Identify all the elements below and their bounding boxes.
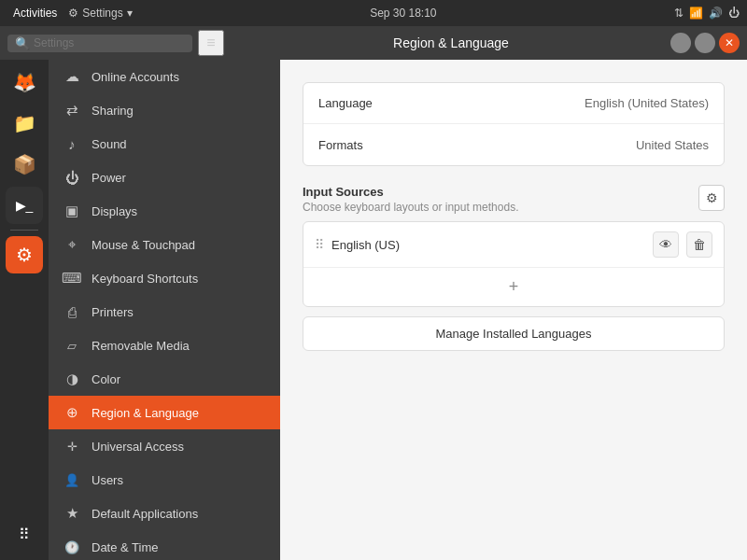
volume-icon: 🔊 [709, 7, 723, 20]
dock-item-terminal[interactable]: ▶_ [6, 187, 43, 224]
network-icon: ⇅ [674, 7, 684, 20]
input-sources-subtitle: Choose keyboard layouts or input methods… [303, 201, 518, 214]
topbar-right: ⇅ 📶 🔊 ⏻ [674, 7, 740, 20]
topbar-left: Activities ⚙ Settings ▾ [7, 5, 133, 21]
sidebar-item-label: Users [92, 473, 123, 487]
formats-value: United States [636, 138, 709, 152]
sidebar-item-label: Online Accounts [92, 70, 179, 84]
gear-icon: ⚙ [68, 7, 78, 20]
manage-installed-languages-button[interactable]: Manage Installed Languages [303, 316, 725, 351]
sidebar-item-default-applications[interactable]: ★ Default Applications [49, 497, 280, 530]
displays-icon: ▣ [63, 203, 80, 219]
titlebar-left: 🔍 ≡ [0, 26, 232, 60]
sidebar-item-displays[interactable]: ▣ Displays [49, 194, 280, 228]
app-dock: 🦊 📁 📦 ▶_ ⚙ ⠿ [0, 60, 49, 560]
add-icon: + [509, 277, 519, 297]
eye-icon: 👁 [659, 237, 672, 252]
region-icon: ⊕ [63, 404, 80, 421]
trash-icon: 🗑 [693, 237, 706, 252]
universal-access-icon: ✛ [63, 438, 80, 455]
language-formats-table: Language English (United States) Formats… [303, 82, 725, 166]
sidebar-item-mouse-touchpad[interactable]: ⌖ Mouse & Touchpad [49, 228, 280, 261]
sidebar-item-region-language[interactable]: ⊕ Region & Language [49, 396, 280, 429]
sidebar-item-online-accounts[interactable]: ☁ Online Accounts [49, 60, 280, 93]
dock-item-files[interactable]: 📁 [6, 105, 43, 142]
input-source-row-english: ⠿ English (US) 👁 🗑 [303, 222, 724, 268]
formats-row[interactable]: Formats United States [303, 124, 724, 165]
settings-window: 🔍 ≡ Region & Language – □ ✕ 🦊 📁 📦 ▶_ ⚙ ⠿ [0, 26, 747, 560]
drag-handle-icon[interactable]: ⠿ [315, 237, 324, 252]
sidebar-item-printers[interactable]: ⎙ Printers [49, 295, 280, 329]
sidebar-item-label: Printers [92, 305, 134, 319]
sound-icon: ♪ [63, 135, 80, 152]
sidebar-item-label: Displays [92, 204, 137, 218]
app-label[interactable]: ⚙ Settings ▾ [68, 7, 132, 20]
sidebar-item-label: Mouse & Touchpad [92, 238, 195, 252]
dock-item-settings[interactable]: ⚙ [6, 236, 43, 273]
sidebar-item-sharing[interactable]: ⇄ Sharing [49, 93, 280, 127]
input-source-view-button[interactable]: 👁 [653, 231, 679, 258]
dock-item-firefox[interactable]: 🦊 [6, 63, 43, 101]
sidebar-item-universal-access[interactable]: ✛ Universal Access [49, 429, 280, 463]
mouse-icon: ⌖ [63, 236, 80, 253]
sidebar-item-label: Sharing [92, 104, 134, 118]
sidebar-item-users[interactable]: 👤 Users [49, 463, 280, 497]
hamburger-button[interactable]: ≡ [198, 30, 224, 56]
sidebar-item-power[interactable]: ⏻ Power [49, 161, 280, 194]
language-row[interactable]: Language English (United States) [303, 83, 724, 124]
close-button[interactable]: ✕ [719, 33, 740, 53]
sidebar-item-removable-media[interactable]: ▱ Removable Media [49, 329, 280, 362]
online-accounts-icon: ☁ [63, 68, 80, 85]
datetime-label: Sep 30 18:10 [370, 7, 436, 20]
dock-grid-button[interactable]: ⠿ [6, 515, 43, 553]
topbar-center: Sep 30 18:10 [370, 7, 436, 20]
sidebar-item-label: Keyboard Shortcuts [92, 272, 198, 286]
sidebar-item-label: Date & Time [92, 540, 159, 554]
default-apps-icon: ★ [63, 505, 80, 522]
input-sources-header: Input Sources Choose keyboard layouts or… [303, 185, 725, 214]
wifi-icon: 📶 [689, 7, 703, 20]
sidebar-item-sound[interactable]: ♪ Sound [49, 127, 280, 161]
power-icon: ⏻ [63, 169, 80, 186]
sidebar-item-label: Sound [92, 137, 127, 151]
dock-item-appstore[interactable]: 📦 [6, 146, 43, 183]
sidebar-item-color[interactable]: ◑ Color [49, 362, 280, 396]
input-sources-settings-button[interactable]: ⚙ [698, 185, 725, 211]
language-value: English (United States) [585, 96, 709, 110]
input-sources-title-group: Input Sources Choose keyboard layouts or… [303, 185, 518, 214]
dock-bottom: ⠿ [6, 515, 43, 553]
input-source-delete-button[interactable]: 🗑 [686, 231, 712, 258]
language-label: Language [318, 96, 585, 110]
search-input[interactable] [34, 36, 185, 49]
window-title: Region & Language [232, 35, 670, 50]
sidebar-item-date-time[interactable]: 🕐 Date & Time [49, 530, 280, 560]
activities-button[interactable]: Activities [7, 5, 63, 21]
sidebar-item-label: Default Applications [92, 507, 198, 521]
minimize-button[interactable]: – [670, 33, 691, 53]
formats-label: Formats [318, 138, 636, 152]
sharing-icon: ⇄ [63, 102, 80, 119]
color-icon: ◑ [63, 371, 80, 387]
keyboard-icon: ⌨ [63, 270, 80, 287]
sidebar-item-label: Universal Access [92, 440, 184, 454]
input-sources-box: ⠿ English (US) 👁 🗑 + [303, 221, 725, 307]
topbar: Activities ⚙ Settings ▾ Sep 30 18:10 ⇅ 📶… [0, 0, 747, 26]
sidebar-item-keyboard-shortcuts[interactable]: ⌨ Keyboard Shortcuts [49, 261, 280, 295]
removable-media-icon: ▱ [63, 337, 80, 354]
sidebar-item-label: Region & Language [92, 406, 199, 420]
sidebar-item-label: Removable Media [92, 339, 190, 353]
printers-icon: ⎙ [63, 303, 80, 320]
maximize-button[interactable]: □ [695, 33, 715, 53]
dock-separator [10, 230, 38, 231]
search-icon: 🔍 [15, 36, 30, 50]
datetime-icon: 🕐 [63, 539, 80, 555]
users-icon: 👤 [63, 471, 80, 488]
sidebar: ☁ Online Accounts ⇄ Sharing ♪ Sound ⏻ Po… [49, 60, 280, 560]
main-layout: 🦊 📁 📦 ▶_ ⚙ ⠿ ☁ Online Accounts ⇄ Sharing… [0, 60, 747, 560]
search-box[interactable]: 🔍 [7, 35, 192, 52]
window-controls: – □ ✕ [670, 33, 747, 53]
window-titlebar: 🔍 ≡ Region & Language – □ ✕ [0, 26, 747, 60]
add-input-source-row[interactable]: + [303, 268, 724, 306]
input-sources-title: Input Sources [303, 185, 518, 199]
sidebar-item-label: Color [92, 372, 120, 386]
